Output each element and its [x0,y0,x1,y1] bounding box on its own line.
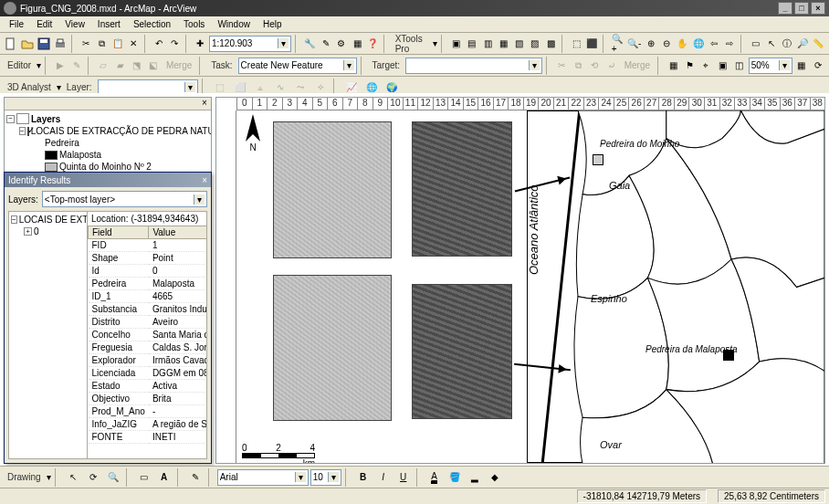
e1[interactable]: ▱ [96,57,110,75]
xt4[interactable]: ▦ [497,35,510,53]
editor-menu[interactable]: Editor [4,60,35,70]
open-button[interactable] [20,35,35,53]
table-row[interactable]: ExploradorIrmãos Cavaco, Lda. [89,354,207,367]
table-row[interactable]: SubstanciaGranitos Indust [89,303,207,316]
xt8[interactable]: ⬚ [570,35,583,53]
identify-layers-select[interactable]: <Top-most layer>▾ [42,191,207,207]
xtools-label[interactable]: XTools Pro [392,34,432,54]
redo-button[interactable]: ↷ [168,35,182,53]
xt3[interactable]: ▥ [480,35,494,53]
edit-vertices[interactable]: ✎ [186,468,205,487]
table-row[interactable]: Info_JaZIGA região de Souto Redon [89,418,207,431]
table-row[interactable]: FreguesiaCaldas S. Jorge [89,341,207,354]
drawing-menu[interactable]: Drawing [4,472,45,482]
xt7[interactable]: ▩ [544,35,558,53]
menu-view[interactable]: View [59,17,90,31]
xt6[interactable]: ▨ [528,35,541,53]
tool-btn-e[interactable]: ❓ [366,35,380,53]
measure-button[interactable]: 📏 [812,35,825,53]
menu-file[interactable]: File [4,17,29,31]
e6[interactable]: ⧉ [571,57,585,75]
xt5[interactable]: ▧ [512,35,526,53]
e13[interactable]: ▦ [794,57,809,75]
sketch-tool[interactable]: ✎ [69,57,84,75]
table-row[interactable]: ConcelhoSanta Maria da [89,329,207,341]
minus-icon[interactable]: − [11,215,17,224]
line-color[interactable]: ▂ [466,468,484,487]
e4[interactable]: ⬕ [146,57,161,75]
xt1[interactable]: ▣ [449,35,463,53]
zoom-fixed-out[interactable]: ⊖ [660,35,674,53]
minus-icon[interactable]: − [6,115,15,123]
target-select[interactable]: ▾ [405,58,542,74]
select-features-button[interactable]: ▭ [749,35,762,53]
tool-btn-b[interactable]: ✎ [319,35,332,53]
undo-button[interactable]: ↶ [152,35,165,53]
underline-button[interactable]: U [394,468,413,487]
tool-btn-c[interactable]: ⚙ [334,35,348,53]
identify-tree-child[interactable]: 0 [34,226,39,236]
edit-tool[interactable]: ▶ [53,57,68,75]
e2[interactable]: ▰ [112,57,127,75]
e10[interactable]: ⌖ [698,57,713,75]
bold-button[interactable]: B [354,468,373,487]
prev-extent-button[interactable]: ⇦ [707,35,720,53]
pan-button[interactable]: ✋ [676,35,689,53]
e5[interactable]: ✂ [554,57,569,75]
refresh-button[interactable]: ⟳ [811,57,825,75]
table-row[interactable]: FONTEINETI [89,431,207,444]
e12[interactable]: ◫ [732,57,747,75]
map-layout[interactable]: 0123456789101112131415161718192021222324… [215,97,825,464]
analyst-menu[interactable]: 3D Analyst [4,82,55,92]
table-row[interactable]: FID1 [89,239,207,252]
scale-select[interactable]: 1:120.903▾ [209,36,291,52]
table-row[interactable]: LicenciadaDGGM em 08-03-1983 [89,367,207,380]
col-field[interactable]: Field [89,226,149,239]
e8[interactable]: ⤾ [604,57,619,75]
xt2[interactable]: ▤ [465,35,478,53]
maximize-button[interactable]: □ [794,2,809,15]
menu-selection[interactable]: Selection [128,17,176,31]
zoom-in-button[interactable]: 🔍+ [611,35,624,53]
table-row[interactable]: ObjectivoBrita [89,393,207,405]
cut-button[interactable]: ✂ [79,35,93,53]
text-tool[interactable]: A [155,468,173,487]
menu-tools[interactable]: Tools [178,17,210,31]
font-select[interactable]: Arial▾ [217,469,309,486]
menu-edit[interactable]: Edit [31,17,58,31]
toc-root[interactable]: − Layers [6,112,209,125]
table-row[interactable]: DistritoAveiro [89,316,207,329]
xt9[interactable]: ⬛ [585,35,599,53]
zoom-out-button[interactable]: 🔍- [626,35,642,53]
toc-group[interactable]: − LOCAIS DE EXTRACÇÃO DE PEDRA NATURAL [6,125,209,137]
menu-insert[interactable]: Insert [92,17,126,31]
identify-titlebar[interactable]: Identify Results × [5,173,211,187]
table-row[interactable]: ShapePoint [89,252,207,265]
menu-help[interactable]: Help [257,17,288,31]
identify-dialog[interactable]: Identify Results × Layers: <Top-most lay… [4,172,212,464]
col-value[interactable]: Value [149,226,206,239]
plus-icon[interactable]: + [24,227,32,236]
add-data-button[interactable]: ✚ [194,35,207,53]
zoom-fixed-in[interactable]: ⊕ [644,35,657,53]
zoom-tool[interactable]: 🔍 [104,468,122,487]
marker-color[interactable]: ◆ [486,468,504,487]
italic-button[interactable]: I [374,468,393,487]
attrib-button[interactable]: ▦ [666,57,680,75]
e3[interactable]: ⬔ [130,57,144,75]
rotate-tool[interactable]: ⟳ [84,468,102,487]
table-row[interactable]: PedreiraMalaposta [89,278,207,290]
copy-button[interactable]: ⧉ [95,35,109,53]
identify-tree[interactable]: −LOCAIS DE EXTRACÇÃO D +0 [9,212,88,458]
table-row[interactable]: Id0 [89,265,207,278]
delete-button[interactable]: ✕ [126,35,140,53]
identify-tree-root[interactable]: LOCAIS DE EXTRACÇÃO D [19,215,88,225]
close-button[interactable]: × [811,2,825,15]
legend-item-0[interactable]: Malaposta [6,149,209,161]
rect-tool[interactable]: ▭ [135,468,153,487]
tool-btn-a[interactable]: 🔧 [303,35,317,53]
minimize-button[interactable]: _ [778,2,792,15]
save-button[interactable] [37,35,51,53]
fill-color[interactable]: 🪣 [446,468,464,487]
toc-close[interactable]: × [198,98,211,110]
